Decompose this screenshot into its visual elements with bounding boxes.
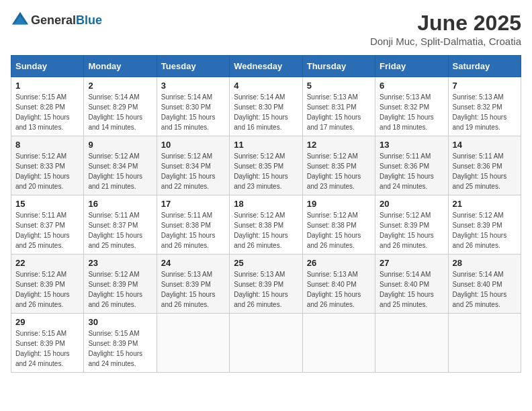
day-detail: Sunrise: 5:12 AMSunset: 8:39 PMDaylight:… — [380, 210, 443, 250]
daylight-minutes-text: and 25 minutes. — [453, 300, 517, 310]
table-row — [157, 314, 229, 373]
day-detail: Sunrise: 5:15 AMSunset: 8:39 PMDaylight:… — [15, 328, 79, 369]
day-number: 26 — [307, 258, 371, 268]
table-row: 21Sunrise: 5:12 AMSunset: 8:39 PMDayligh… — [448, 195, 521, 255]
daylight-minutes-text: and 26 minutes. — [234, 240, 298, 250]
table-row — [302, 314, 375, 373]
sunrise-text: Sunrise: 5:15 AM — [88, 328, 152, 338]
table-row — [375, 314, 448, 373]
daylight-text: Daylight: 15 hours — [161, 112, 225, 122]
day-number: 19 — [307, 199, 371, 209]
daylight-minutes-text: and 25 minutes. — [15, 240, 79, 250]
daylight-text: Daylight: 15 hours — [234, 289, 298, 300]
sunset-text: Sunset: 8:39 PM — [15, 279, 79, 289]
table-row: 18Sunrise: 5:12 AMSunset: 8:38 PMDayligh… — [230, 195, 302, 255]
daylight-text: Daylight: 15 hours — [453, 289, 517, 300]
sunset-text: Sunset: 8:38 PM — [234, 220, 298, 230]
sunrise-text: Sunrise: 5:12 AM — [307, 151, 371, 161]
table-row: 30Sunrise: 5:15 AMSunset: 8:39 PMDayligh… — [84, 314, 157, 373]
day-number: 1 — [15, 81, 79, 91]
day-number: 14 — [453, 140, 517, 150]
day-detail: Sunrise: 5:14 AMSunset: 8:40 PMDaylight:… — [380, 269, 443, 310]
sunset-text: Sunset: 8:39 PM — [234, 279, 298, 289]
daylight-minutes-text: and 26 minutes. — [453, 240, 517, 250]
daylight-minutes-text: and 20 minutes. — [15, 181, 79, 191]
day-number: 6 — [380, 81, 443, 91]
sunrise-text: Sunrise: 5:14 AM — [88, 92, 152, 102]
table-row: 12Sunrise: 5:12 AMSunset: 8:35 PMDayligh… — [302, 136, 375, 195]
sunrise-text: Sunrise: 5:12 AM — [453, 210, 517, 220]
table-row: 11Sunrise: 5:12 AMSunset: 8:35 PMDayligh… — [230, 136, 302, 195]
table-row: 13Sunrise: 5:11 AMSunset: 8:36 PMDayligh… — [375, 136, 448, 195]
sunrise-text: Sunrise: 5:13 AM — [307, 92, 371, 102]
sunrise-text: Sunrise: 5:12 AM — [15, 151, 79, 161]
day-number: 22 — [15, 258, 79, 268]
calendar-week-row: 1Sunrise: 5:15 AMSunset: 8:28 PMDaylight… — [11, 77, 521, 136]
sunrise-text: Sunrise: 5:12 AM — [307, 210, 371, 220]
day-detail: Sunrise: 5:12 AMSunset: 8:38 PMDaylight:… — [234, 210, 298, 250]
daylight-text: Daylight: 15 hours — [161, 289, 225, 300]
day-detail: Sunrise: 5:12 AMSunset: 8:34 PMDaylight:… — [88, 151, 152, 191]
daylight-text: Daylight: 15 hours — [88, 171, 152, 181]
table-row: 7Sunrise: 5:13 AMSunset: 8:32 PMDaylight… — [448, 77, 521, 136]
day-detail: Sunrise: 5:14 AMSunset: 8:30 PMDaylight:… — [161, 92, 225, 132]
sunset-text: Sunset: 8:32 PM — [453, 102, 517, 112]
sunset-text: Sunset: 8:34 PM — [161, 161, 225, 171]
daylight-text: Daylight: 15 hours — [453, 112, 517, 122]
daylight-text: Daylight: 15 hours — [15, 112, 79, 122]
daylight-minutes-text: and 16 minutes. — [234, 122, 298, 132]
header: GeneralBlue June 2025 Donji Muc, Split-D… — [11, 11, 521, 47]
daylight-text: Daylight: 15 hours — [161, 230, 225, 240]
daylight-minutes-text: and 26 minutes. — [15, 300, 79, 310]
sunrise-text: Sunrise: 5:13 AM — [161, 269, 225, 279]
day-number: 12 — [307, 140, 371, 150]
sunrise-text: Sunrise: 5:12 AM — [380, 210, 443, 220]
daylight-text: Daylight: 15 hours — [161, 171, 225, 181]
table-row: 29Sunrise: 5:15 AMSunset: 8:39 PMDayligh… — [11, 314, 84, 373]
sunset-text: Sunset: 8:36 PM — [453, 161, 517, 171]
logo-text-blue: Blue — [76, 13, 102, 27]
day-detail: Sunrise: 5:13 AMSunset: 8:31 PMDaylight:… — [307, 92, 371, 132]
sunset-text: Sunset: 8:35 PM — [234, 161, 298, 171]
daylight-minutes-text: and 26 minutes. — [307, 300, 371, 310]
sunrise-text: Sunrise: 5:14 AM — [380, 269, 443, 279]
daylight-minutes-text: and 25 minutes. — [380, 300, 443, 310]
day-detail: Sunrise: 5:11 AMSunset: 8:36 PMDaylight:… — [453, 151, 517, 191]
sunrise-text: Sunrise: 5:13 AM — [234, 269, 298, 279]
sunset-text: Sunset: 8:28 PM — [15, 102, 79, 112]
day-detail: Sunrise: 5:14 AMSunset: 8:40 PMDaylight:… — [453, 269, 517, 310]
location-title: Donji Muc, Split-Dalmatia, Croatia — [370, 36, 521, 47]
month-title: June 2025 — [370, 11, 521, 36]
day-detail: Sunrise: 5:12 AMSunset: 8:39 PMDaylight:… — [15, 269, 79, 310]
table-row: 6Sunrise: 5:13 AMSunset: 8:32 PMDaylight… — [375, 77, 448, 136]
day-number: 7 — [453, 81, 517, 91]
table-row: 15Sunrise: 5:11 AMSunset: 8:37 PMDayligh… — [11, 195, 84, 255]
day-number: 25 — [234, 258, 298, 268]
sunset-text: Sunset: 8:37 PM — [15, 220, 79, 230]
day-number: 2 — [88, 81, 152, 91]
day-detail: Sunrise: 5:12 AMSunset: 8:33 PMDaylight:… — [15, 151, 79, 191]
sunrise-text: Sunrise: 5:14 AM — [161, 92, 225, 102]
daylight-text: Daylight: 15 hours — [307, 112, 371, 122]
daylight-text: Daylight: 15 hours — [15, 289, 79, 300]
daylight-minutes-text: and 26 minutes. — [88, 300, 152, 310]
sunset-text: Sunset: 8:39 PM — [453, 220, 517, 230]
day-number: 30 — [88, 317, 152, 327]
sunset-text: Sunset: 8:40 PM — [307, 279, 371, 289]
daylight-minutes-text: and 24 minutes. — [15, 359, 79, 369]
sunset-text: Sunset: 8:30 PM — [234, 102, 298, 112]
header-monday: Monday — [84, 56, 157, 77]
table-row: 2Sunrise: 5:14 AMSunset: 8:29 PMDaylight… — [84, 77, 157, 136]
daylight-minutes-text: and 19 minutes. — [453, 122, 517, 132]
logo-text-general: General — [31, 13, 76, 27]
day-number: 4 — [234, 81, 298, 91]
day-detail: Sunrise: 5:13 AMSunset: 8:40 PMDaylight:… — [307, 269, 371, 310]
table-row: 14Sunrise: 5:11 AMSunset: 8:36 PMDayligh… — [448, 136, 521, 195]
day-number: 11 — [234, 140, 298, 150]
daylight-text: Daylight: 15 hours — [380, 171, 443, 181]
daylight-text: Daylight: 15 hours — [88, 289, 152, 300]
sunset-text: Sunset: 8:29 PM — [88, 102, 152, 112]
daylight-text: Daylight: 15 hours — [234, 112, 298, 122]
sunrise-text: Sunrise: 5:11 AM — [453, 151, 517, 161]
sunrise-text: Sunrise: 5:14 AM — [234, 92, 298, 102]
